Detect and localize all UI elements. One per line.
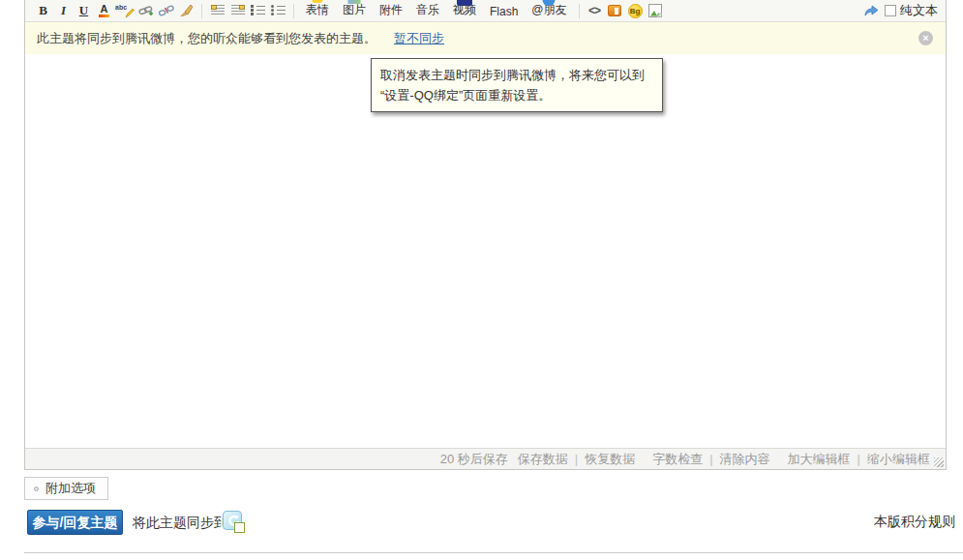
italic-icon: I <box>61 3 66 18</box>
tab-smilies[interactable]: 表情 <box>299 0 336 22</box>
no-sync-link[interactable]: 暂不同步 <box>394 30 444 47</box>
video-icon <box>457 0 472 6</box>
tab-image[interactable]: 图片 <box>336 0 373 22</box>
plain-text-checkbox[interactable] <box>885 5 896 16</box>
unlink-icon <box>159 4 174 17</box>
resize-grip[interactable] <box>934 457 944 467</box>
underline-icon: U <box>79 3 88 18</box>
remove-link-button[interactable] <box>157 1 175 20</box>
tooltip-text: 取消发表主题时同步到腾讯微博，将来您可以到“设置-QQ绑定”页面重新设置。 <box>380 68 645 103</box>
toolbar-separator <box>201 4 202 18</box>
toolbar-separator <box>579 4 580 18</box>
additional-options-button[interactable]: 附加选项 <box>24 477 108 500</box>
float-left-icon <box>211 5 225 16</box>
code-button[interactable]: <> <box>586 1 604 20</box>
hide-content-button[interactable] <box>606 1 624 20</box>
editor-statusbar: 20 秒后保存 保存数据 | 恢复数据 字数检查 | 清除内容 加大编辑框 | … <box>25 448 946 469</box>
hide-content-icon <box>608 5 621 16</box>
tab-flash[interactable]: Flash <box>483 0 525 22</box>
smiley-icon <box>313 0 323 3</box>
underline-button[interactable]: U <box>75 1 93 20</box>
ordered-list-button[interactable] <box>249 1 267 20</box>
close-icon[interactable]: × <box>918 31 933 45</box>
insert-link-button[interactable] <box>136 1 155 20</box>
notice-text: 此主题将同步到腾讯微博，您的听众能够看到您发表的主题。 <box>37 30 376 47</box>
bold-button[interactable]: B <box>34 1 52 20</box>
tab-at-friend[interactable]: @朋友 <box>525 0 573 22</box>
resize-image-icon <box>648 4 662 17</box>
word-count-link[interactable]: 字数检查 <box>652 451 703 468</box>
unordered-list-button[interactable] <box>269 1 287 20</box>
bullet-icon <box>34 486 39 491</box>
switch-editor-arrow-icon[interactable] <box>863 5 879 17</box>
italic-button[interactable]: I <box>54 1 73 20</box>
tab-attachment[interactable]: 附件 <box>373 0 409 22</box>
editor-toolbar: B I U A abc <box>25 0 946 22</box>
brush-icon <box>179 4 194 17</box>
unordered-list-icon <box>271 5 286 16</box>
tencent-weibo-sync-icon[interactable] <box>223 511 242 530</box>
reply-submit-button[interactable]: 参与/回复主题 <box>27 510 123 535</box>
sync-to-label: 将此主题同步到: <box>133 515 231 532</box>
float-right-button[interactable] <box>228 1 247 20</box>
bg-color-button[interactable]: Bg <box>626 1 645 20</box>
link-icon <box>138 4 154 17</box>
sync-tooltip: 取消发表主题时同步到腾讯微博，将来您可以到“设置-QQ绑定”页面重新设置。 <box>371 58 663 112</box>
highlight-button[interactable]: abc <box>115 1 135 20</box>
sync-checkbox[interactable] <box>234 522 245 533</box>
ordered-list-icon <box>251 5 265 16</box>
tab-music[interactable]: 音乐 <box>409 0 446 22</box>
bold-icon: B <box>39 3 47 18</box>
weibo-sync-notice: 此主题将同步到腾讯微博，您的听众能够看到您发表的主题。 暂不同步 × <box>25 22 946 54</box>
float-left-button[interactable] <box>208 1 226 20</box>
editor-content[interactable]: 取消发表主题时同步到腾讯微博，将来您可以到“设置-QQ绑定”页面重新设置。 <box>25 54 946 448</box>
image-icon <box>348 0 361 4</box>
toolbar-separator <box>293 4 294 18</box>
font-color-icon: A <box>99 4 109 17</box>
post-editor: B I U A abc <box>24 0 947 470</box>
resize-image-button[interactable] <box>647 1 665 20</box>
restore-data-link[interactable]: 恢复数据 <box>585 451 635 468</box>
credit-rules-link[interactable]: 本版积分规则 <box>874 514 955 531</box>
plain-text-label: 纯文本 <box>900 2 938 19</box>
shrink-editor-link[interactable]: 缩小编辑框 <box>867 451 930 468</box>
autosave-status: 20 秒后保存 <box>440 451 508 468</box>
float-right-icon <box>231 5 245 16</box>
bg-color-icon: Bg <box>628 4 643 18</box>
font-color-button[interactable]: A <box>95 1 113 20</box>
clear-content-link[interactable]: 清除内容 <box>720 451 770 468</box>
toolbar-right-group: 纯文本 <box>863 2 938 19</box>
save-data-link[interactable]: 保存数据 <box>518 451 568 468</box>
enlarge-editor-link[interactable]: 加大编辑框 <box>788 451 851 468</box>
clear-format-button[interactable] <box>177 1 196 20</box>
highlight-pencil-icon: abc <box>115 3 135 18</box>
tab-video[interactable]: 视频 <box>446 0 483 22</box>
code-icon: <> <box>588 4 600 17</box>
section-divider <box>24 552 963 553</box>
